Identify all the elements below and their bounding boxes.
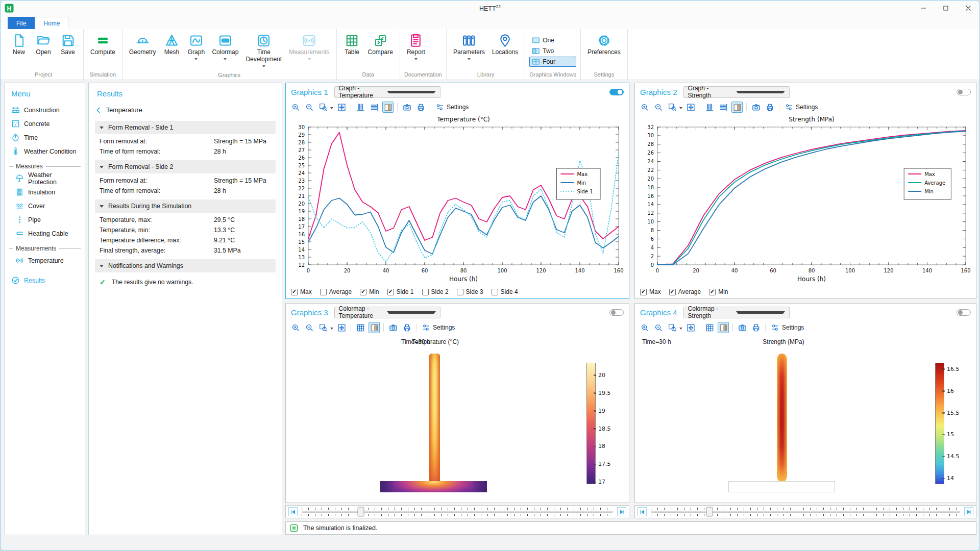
zoom-box-button[interactable] <box>317 322 329 333</box>
zoom-out-button[interactable] <box>304 102 315 113</box>
menu-item-results[interactable]: Results <box>9 273 81 287</box>
table-grid-button[interactable] <box>704 322 715 333</box>
locations-button[interactable]: Locations <box>489 32 521 63</box>
geometry-button[interactable]: Geometry <box>127 32 159 63</box>
menu-item-heating-cable[interactable]: Heating Cable <box>9 227 81 240</box>
strength-chart[interactable]: Strength (MPa)02040608010012014016002468… <box>635 114 976 285</box>
snapshot-button[interactable] <box>401 102 412 113</box>
zoom-fit-button[interactable] <box>685 322 696 333</box>
step-forward-button[interactable] <box>964 507 973 516</box>
graphics4-settings-button[interactable]: Settings <box>769 323 806 332</box>
zoom-fit-button[interactable] <box>336 102 347 113</box>
graphics1-settings-button[interactable]: Settings <box>434 103 471 111</box>
graph-button[interactable]: Graph <box>185 32 207 63</box>
table-button[interactable]: Table <box>341 32 363 63</box>
zoom-box-button[interactable] <box>667 322 678 333</box>
windows-one-option[interactable]: One <box>529 35 576 45</box>
chevron-down-icon[interactable] <box>330 328 333 331</box>
zoom-in-button[interactable] <box>639 102 650 113</box>
checkbox-min[interactable]: Min <box>709 288 728 295</box>
vertical-grid-button[interactable] <box>355 102 366 113</box>
zoom-out-button[interactable] <box>653 102 664 113</box>
vertical-grid-button[interactable] <box>704 102 715 113</box>
save-button[interactable]: Save <box>57 32 79 63</box>
minimize-button[interactable] <box>912 1 935 16</box>
zoom-in-button[interactable] <box>290 322 301 333</box>
checkbox-side3[interactable]: Side 3 <box>457 288 483 295</box>
windows-four-option[interactable]: Four <box>529 57 576 67</box>
checkbox-side1[interactable]: Side 1 <box>387 288 414 295</box>
step-back-button[interactable] <box>638 507 647 516</box>
step-forward-button[interactable] <box>617 507 626 516</box>
temperature-colormap[interactable]: Time=30 h Temperature (°C) 20 19.5 19 18… <box>286 334 629 503</box>
checkbox-average[interactable]: Average <box>320 288 352 295</box>
print-button[interactable] <box>415 102 426 113</box>
zoom-box-button[interactable] <box>317 102 329 113</box>
checkbox-max[interactable]: Max <box>291 288 312 295</box>
maximize-button[interactable] <box>935 1 957 16</box>
section-form-removal-side1[interactable]: Form Removal - Side 1 <box>95 121 276 134</box>
time-slider-handle[interactable] <box>357 507 364 517</box>
colorbar-panel-button[interactable] <box>382 102 394 113</box>
checkbox-side4[interactable]: Side 4 <box>492 288 518 295</box>
horizontal-grid-button[interactable] <box>718 102 729 113</box>
chevron-down-icon[interactable] <box>330 107 333 111</box>
mesh-button[interactable]: Mesh <box>160 32 183 63</box>
checkbox-average[interactable]: Average <box>669 288 701 295</box>
colormap-button[interactable]: Colormap <box>209 32 241 63</box>
colorbar-panel-button[interactable] <box>731 102 743 113</box>
tab-file[interactable]: File <box>8 17 35 29</box>
zoom-in-button[interactable] <box>639 322 650 333</box>
menu-item-weather-protection[interactable]: Weather Protection <box>9 171 81 185</box>
graphics1-view-dropdown[interactable]: Graph - Temperature <box>334 86 440 98</box>
windows-two-option[interactable]: Two <box>529 46 576 56</box>
menu-item-temperature[interactable]: Temperature <box>9 254 81 267</box>
section-notifications[interactable]: Notifications and Warnings <box>95 259 276 272</box>
checkbox-side2[interactable]: Side 2 <box>422 288 449 295</box>
snapshot-button[interactable] <box>737 322 748 333</box>
graphics4-view-dropdown[interactable]: Colormap - Strength <box>683 307 790 318</box>
compare-button[interactable]: Compare <box>365 32 396 63</box>
snapshot-button[interactable] <box>750 102 762 113</box>
colorbar-panel-button[interactable] <box>718 322 729 333</box>
menu-item-time[interactable]: Time <box>9 131 81 144</box>
zoom-box-button[interactable] <box>667 102 678 113</box>
tab-home[interactable]: Home <box>35 17 68 29</box>
colorbar-panel-button[interactable] <box>369 322 380 333</box>
time-slider-track[interactable] <box>651 506 960 518</box>
time-development-button[interactable]: Time Development <box>243 32 284 70</box>
print-button[interactable] <box>401 322 412 333</box>
graphics2-settings-button[interactable]: Settings <box>783 103 820 111</box>
time-slider-track[interactable] <box>302 506 613 518</box>
menu-item-cover[interactable]: Cover <box>9 199 81 213</box>
chevron-down-icon[interactable] <box>679 328 682 331</box>
menu-item-construction[interactable]: Construction <box>9 103 81 117</box>
section-form-removal-side2[interactable]: Form Removal - Side 2 <box>95 160 276 173</box>
zoom-in-button[interactable] <box>290 102 301 113</box>
zoom-out-button[interactable] <box>653 322 664 333</box>
step-back-button[interactable] <box>288 507 298 516</box>
print-button[interactable] <box>764 102 775 113</box>
graphics4-toggle[interactable] <box>957 309 971 316</box>
section-results-during-simulation[interactable]: Results During the Simulation <box>95 199 276 213</box>
snapshot-button[interactable] <box>387 322 399 333</box>
parameters-button[interactable]: Parameters <box>451 32 487 63</box>
checkbox-max[interactable]: Max <box>640 288 661 295</box>
temperature-chart[interactable]: Temperature (°C)020406080100120140160121… <box>286 114 629 285</box>
print-button[interactable] <box>750 322 762 333</box>
graphics1-toggle[interactable] <box>609 89 624 95</box>
table-grid-button[interactable] <box>355 322 366 333</box>
close-button[interactable] <box>957 1 979 16</box>
new-button[interactable]: New <box>8 32 30 63</box>
results-back[interactable]: Temperature <box>95 103 276 117</box>
graphics3-toggle[interactable] <box>609 309 624 316</box>
zoom-out-button[interactable] <box>304 322 315 333</box>
report-button[interactable]: Report <box>404 32 428 63</box>
menu-item-weather-condition[interactable]: Weather Condition <box>9 144 81 158</box>
graphics2-view-dropdown[interactable]: Graph - Strength <box>683 86 790 98</box>
menu-item-concrete[interactable]: Concrete <box>9 117 81 131</box>
menu-item-pipe[interactable]: Pipe <box>9 213 81 227</box>
zoom-fit-button[interactable] <box>336 322 347 333</box>
horizontal-grid-button[interactable] <box>369 102 380 113</box>
time-slider-handle[interactable] <box>706 507 713 517</box>
